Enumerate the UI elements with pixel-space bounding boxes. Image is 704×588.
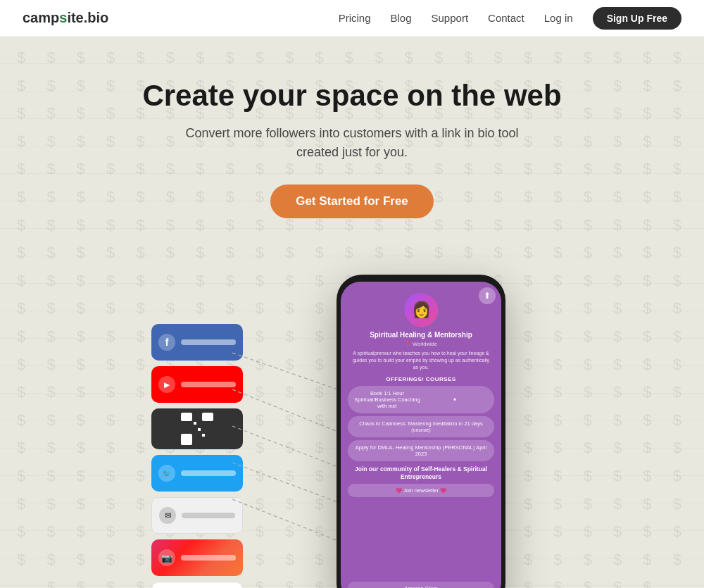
mockup-area: f ▶ 🐦 — [14, 268, 690, 588]
navigation: Pricing Blog Support Contact Log in Sign… — [339, 7, 681, 30]
nav-contact[interactable]: Contact — [488, 12, 524, 24]
card-line — [181, 555, 236, 561]
twitter-icon: 🐦 — [158, 465, 175, 482]
card-line — [182, 513, 235, 518]
facebook-icon: f — [158, 334, 175, 351]
email-card: ✉ — [151, 497, 243, 534]
link-button-2[interactable]: Chaos to Calmness: Mastering meditation … — [348, 416, 494, 437]
share-button[interactable]: ⬆ — [479, 287, 496, 304]
youtube-icon: ▶ — [158, 376, 175, 393]
card-line — [181, 470, 236, 476]
profile-location: 📍 Worldwide — [348, 341, 494, 347]
hero-subtitle: Convert more followers into customers wi… — [169, 124, 535, 162]
facebook-card: f — [151, 324, 243, 361]
hero-section: $ $ $ $ $ $ $ $ $ $ $ $ $ $ $ $ $ $ $ $ … — [0, 37, 704, 588]
link-button-3[interactable]: Apply for DMLA- Healing Mentorship (PERS… — [348, 440, 494, 461]
card-line — [181, 382, 236, 387]
logo: campsite.bio — [23, 10, 108, 26]
hero-title: Create your space on the web — [14, 79, 690, 113]
nav-pricing[interactable]: Pricing — [339, 12, 371, 24]
nav-blog[interactable]: Blog — [390, 12, 411, 24]
nav-support[interactable]: Support — [432, 12, 469, 24]
email-icon: ✉ — [159, 507, 176, 524]
profile-name: Spiritual Healing & Mentorship — [348, 331, 494, 339]
youtube-card: ▶ — [151, 366, 243, 403]
nav-login[interactable]: Log in — [544, 12, 573, 24]
cta-button[interactable]: Get Started for Free — [270, 184, 434, 218]
newsletter-button[interactable]: 💗 Join newsletter 💗 — [348, 484, 494, 497]
campsite-url-card: campsite.bio/ — [151, 582, 243, 588]
offerings-title: OFFERINGS/ COURSES — [348, 376, 494, 382]
profile-bio: A spiritualpreneur who teaches you how t… — [348, 350, 494, 370]
phone-screen: ⬆ 👩 Spiritual Healing & Mentorship 📍 Wor… — [341, 282, 501, 588]
twitter-card: 🐦 — [151, 455, 243, 492]
link-button-1[interactable]: Book 1:1 Hour Spiritual/Business Coachin… — [348, 386, 494, 413]
signup-button[interactable]: Sign Up Free — [593, 7, 681, 30]
card-line — [181, 339, 236, 345]
cards-stack: f ▶ 🐦 — [151, 324, 253, 588]
community-title: Join our community of Self-Healers & Spi… — [348, 465, 494, 481]
header: campsite.bio Pricing Blog Support Contac… — [0, 0, 704, 37]
phone-content: 👩 Spiritual Healing & Mentorship 📍 World… — [341, 282, 501, 588]
qr-card — [151, 408, 243, 449]
amazon-button[interactable]: Amazon Store — [348, 582, 494, 588]
instagram-card: 📷 — [151, 539, 243, 576]
avatar: 👩 — [404, 293, 438, 327]
instagram-icon: 📷 — [158, 549, 175, 566]
phone-frame: ⬆ 👩 Spiritual Healing & Mentorship 📍 Wor… — [337, 275, 505, 588]
location-pin: 📍 — [405, 341, 411, 347]
